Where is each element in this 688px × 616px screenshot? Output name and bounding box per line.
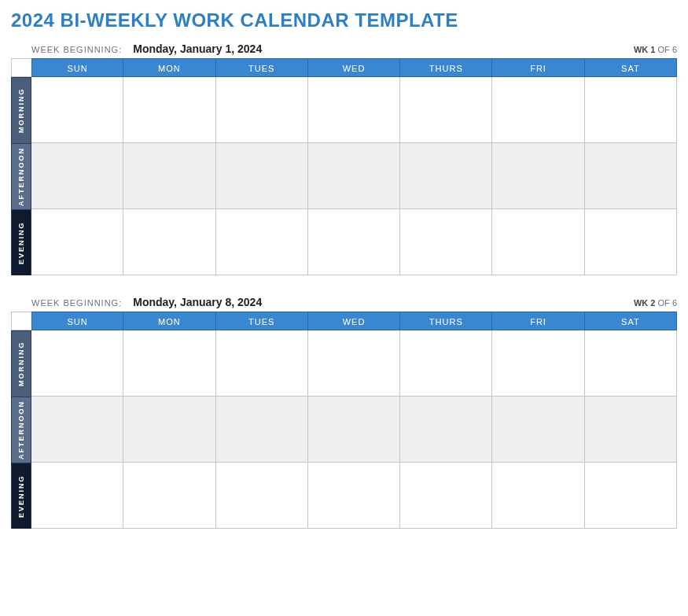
wk-num: 2 bbox=[650, 298, 655, 308]
day-header-tues: TUES bbox=[216, 58, 308, 77]
calendar-grid-2: SUN MON TUES WED THURS FRI SAT MORNING A… bbox=[11, 312, 677, 529]
day-header-mon: MON bbox=[123, 312, 215, 330]
wk-of: OF bbox=[658, 45, 670, 54]
cell[interactable] bbox=[216, 397, 308, 463]
week-header: WEEK BEGINNING: Monday, January 8, 2024 … bbox=[11, 296, 677, 308]
grid-corner bbox=[11, 312, 31, 330]
wk-total: 6 bbox=[672, 45, 677, 54]
cell[interactable] bbox=[400, 209, 492, 275]
week-beginning-date: Monday, January 1, 2024 bbox=[133, 42, 634, 55]
cell[interactable] bbox=[308, 77, 400, 143]
week-beginning-label: WEEK BEGINNING: bbox=[31, 45, 122, 54]
cell[interactable] bbox=[308, 397, 400, 463]
day-header-sat: SAT bbox=[585, 58, 677, 77]
row-label-evening: EVENING bbox=[11, 209, 31, 275]
day-header-thurs: THURS bbox=[400, 312, 492, 330]
cell[interactable] bbox=[308, 143, 400, 209]
row-label-morning: MORNING bbox=[11, 77, 31, 143]
cell[interactable] bbox=[31, 397, 123, 463]
day-header-thurs: THURS bbox=[400, 58, 492, 77]
wk-of: OF bbox=[658, 298, 670, 308]
week-beginning-label: WEEK BEGINNING: bbox=[31, 298, 122, 308]
cell[interactable] bbox=[123, 209, 215, 275]
cell[interactable] bbox=[585, 77, 677, 143]
page-title: 2024 BI-WEEKLY WORK CALENDAR TEMPLATE bbox=[11, 9, 677, 31]
week-header: WEEK BEGINNING: Monday, January 1, 2024 … bbox=[11, 42, 677, 55]
cell[interactable] bbox=[216, 463, 308, 529]
cell[interactable] bbox=[585, 143, 677, 209]
cell[interactable] bbox=[216, 330, 308, 397]
row-label-afternoon: AFTERNOON bbox=[11, 397, 31, 463]
cell[interactable] bbox=[400, 77, 492, 143]
week-number: WK 1 OF 6 bbox=[634, 45, 677, 54]
cell[interactable] bbox=[585, 397, 677, 463]
wk-prefix: WK bbox=[634, 298, 648, 308]
day-header-fri: FRI bbox=[492, 312, 584, 330]
cell[interactable] bbox=[400, 143, 492, 209]
cell[interactable] bbox=[400, 330, 492, 397]
calendar-grid-1: SUN MON TUES WED THURS FRI SAT MORNING A… bbox=[11, 58, 677, 275]
cell[interactable] bbox=[123, 330, 215, 397]
wk-total: 6 bbox=[672, 298, 677, 308]
row-label-evening: EVENING bbox=[11, 463, 31, 529]
cell[interactable] bbox=[585, 463, 677, 529]
cell[interactable] bbox=[492, 463, 584, 529]
day-header-sun: SUN bbox=[31, 312, 123, 330]
week-number: WK 2 OF 6 bbox=[634, 298, 677, 308]
cell[interactable] bbox=[492, 77, 584, 143]
day-header-fri: FRI bbox=[492, 58, 584, 77]
row-label-morning: MORNING bbox=[11, 330, 31, 397]
cell[interactable] bbox=[308, 209, 400, 275]
day-header-sat: SAT bbox=[585, 312, 677, 330]
week-block-1: WEEK BEGINNING: Monday, January 1, 2024 … bbox=[11, 42, 677, 275]
cell[interactable] bbox=[123, 463, 215, 529]
cell[interactable] bbox=[31, 209, 123, 275]
row-label-afternoon: AFTERNOON bbox=[11, 143, 31, 209]
cell[interactable] bbox=[492, 397, 584, 463]
wk-num: 1 bbox=[650, 45, 655, 54]
cell[interactable] bbox=[31, 77, 123, 143]
cell[interactable] bbox=[216, 209, 308, 275]
cell[interactable] bbox=[31, 330, 123, 397]
cell[interactable] bbox=[308, 330, 400, 397]
week-block-2: WEEK BEGINNING: Monday, January 8, 2024 … bbox=[11, 296, 677, 529]
cell[interactable] bbox=[585, 330, 677, 397]
week-beginning-date: Monday, January 8, 2024 bbox=[133, 296, 634, 308]
cell[interactable] bbox=[216, 77, 308, 143]
cell[interactable] bbox=[31, 463, 123, 529]
cell[interactable] bbox=[492, 143, 584, 209]
day-header-tues: TUES bbox=[216, 312, 308, 330]
day-header-wed: WED bbox=[308, 58, 400, 77]
day-header-mon: MON bbox=[123, 58, 215, 77]
cell[interactable] bbox=[400, 463, 492, 529]
day-header-sun: SUN bbox=[31, 58, 123, 77]
cell[interactable] bbox=[216, 143, 308, 209]
grid-corner bbox=[11, 58, 31, 77]
cell[interactable] bbox=[123, 77, 215, 143]
cell[interactable] bbox=[31, 143, 123, 209]
day-header-wed: WED bbox=[308, 312, 400, 330]
cell[interactable] bbox=[123, 397, 215, 463]
cell[interactable] bbox=[400, 397, 492, 463]
cell[interactable] bbox=[308, 463, 400, 529]
cell[interactable] bbox=[492, 330, 584, 397]
wk-prefix: WK bbox=[634, 45, 648, 54]
cell[interactable] bbox=[123, 143, 215, 209]
cell[interactable] bbox=[585, 209, 677, 275]
cell[interactable] bbox=[492, 209, 584, 275]
